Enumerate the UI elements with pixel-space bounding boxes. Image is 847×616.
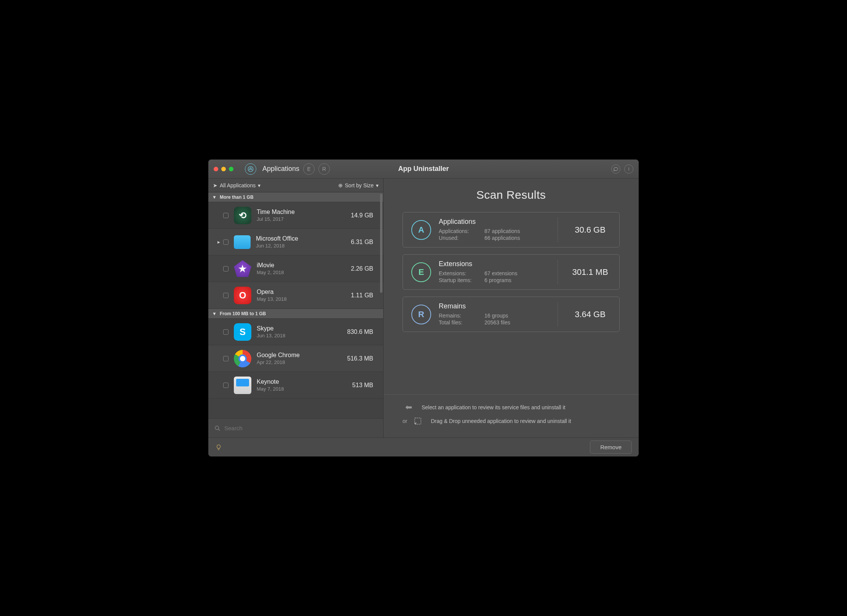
app-checkbox[interactable]: [223, 213, 229, 218]
sort-icon: ⊕: [338, 182, 343, 188]
card-icon: A: [411, 220, 431, 240]
tab-remains-icon[interactable]: R: [318, 163, 330, 175]
disclosure-icon: ▼: [212, 311, 217, 316]
stat-key: Applications:: [439, 228, 484, 234]
app-size: 14.9 GB: [351, 212, 373, 219]
app-row[interactable]: ▶OOperaMay 13, 20181.11 GB: [208, 282, 383, 309]
sort-dropdown[interactable]: ⊕ Sort by Size ▾: [338, 182, 379, 188]
close-button[interactable]: [214, 167, 218, 171]
app-row[interactable]: ▶★iMovieMay 2, 20182.26 GB: [208, 255, 383, 282]
card-icon: E: [411, 262, 431, 282]
app-checkbox[interactable]: [223, 329, 229, 335]
stat-value: 66 applications: [484, 235, 520, 241]
app-meta: OperaMay 13, 2018: [257, 289, 345, 302]
app-icon: [234, 235, 251, 249]
hint-or: or: [403, 418, 407, 424]
app-size: 1.11 GB: [351, 292, 373, 299]
chevron-down-icon: ▾: [258, 182, 260, 188]
location-icon: ➤: [213, 182, 217, 188]
group-title: More than 1 GB: [220, 195, 254, 200]
tab-applications-label[interactable]: Applications: [262, 165, 299, 173]
app-date: Apr 22, 2018: [257, 359, 342, 365]
app-size: 6.31 GB: [351, 239, 373, 246]
main-panel: Scan Results AApplicationsApplications:8…: [384, 179, 639, 437]
zoom-button[interactable]: [229, 167, 233, 171]
app-size: 2.26 GB: [351, 265, 373, 272]
filter-bar: ➤ All Applications ▾ ⊕ Sort by Size ▾: [208, 179, 383, 192]
info-button[interactable]: i: [624, 164, 633, 174]
result-card[interactable]: EExtensionsExtensions:67 extensionsStart…: [403, 254, 620, 290]
app-date: Jul 15, 2017: [257, 216, 345, 222]
result-card[interactable]: AApplicationsApplications:87 application…: [403, 212, 620, 247]
results-title: Scan Results: [403, 188, 620, 201]
app-row[interactable]: ▶⟲Time MachineJul 15, 201714.9 GB: [208, 202, 383, 229]
app-icon: [234, 377, 251, 394]
minimize-button[interactable]: [221, 167, 226, 171]
sidebar: ➤ All Applications ▾ ⊕ Sort by Size ▾ ▼M…: [208, 179, 384, 437]
app-row[interactable]: ▶Google ChromeApr 22, 2018516.3 MB: [208, 345, 383, 372]
stat-key: Total files:: [439, 319, 484, 326]
app-date: May 13, 2018: [257, 296, 345, 302]
app-checkbox[interactable]: [223, 356, 229, 361]
tab-applications-icon[interactable]: [245, 163, 256, 175]
app-checkbox[interactable]: [223, 266, 229, 271]
stat-key: Extensions:: [439, 270, 484, 276]
hint-select-text: Select an application to review its serv…: [422, 404, 565, 410]
card-info: ApplicationsApplications:87 applications…: [439, 218, 550, 242]
app-date: May 7, 2018: [257, 386, 347, 392]
app-icon: ★: [234, 260, 251, 277]
app-meta: iMovieMay 2, 2018: [257, 262, 345, 275]
remove-button[interactable]: Remove: [590, 440, 632, 454]
group-header[interactable]: ▼From 100 MB to 1 GB: [208, 309, 383, 319]
app-name: Time Machine: [257, 209, 345, 215]
tips-icon[interactable]: [215, 444, 222, 451]
stat-value: 6 programs: [484, 277, 511, 283]
chevron-down-icon: ▾: [376, 182, 379, 188]
sort-label: Sort by Size: [345, 182, 374, 188]
app-row[interactable]: ▶Microsoft OfficeJun 12, 20186.31 GB: [208, 229, 383, 255]
stat-key: Remains:: [439, 313, 484, 319]
app-meta: Time MachineJul 15, 2017: [257, 209, 345, 222]
tab-extensions-icon[interactable]: E: [303, 163, 315, 175]
filter-scope-label: All Applications: [220, 182, 256, 188]
group-header[interactable]: ▼More than 1 GB: [208, 192, 383, 202]
drag-drop-icon: [412, 417, 424, 425]
card-info: RemainsRemains:16 groupsTotal files:2056…: [439, 302, 550, 326]
svg-point-1: [215, 426, 219, 429]
card-size: 30.6 GB: [558, 218, 611, 242]
card-title: Applications: [439, 218, 550, 226]
stat-value: 67 extensions: [484, 270, 517, 276]
app-icon: S: [234, 323, 251, 341]
app-checkbox[interactable]: [223, 239, 229, 245]
app-size: 513 MB: [352, 382, 373, 389]
card-size: 301.1 MB: [558, 260, 611, 284]
group-title: From 100 MB to 1 GB: [220, 311, 266, 316]
feedback-button[interactable]: [611, 164, 620, 174]
result-card[interactable]: RRemainsRemains:16 groupsTotal files:205…: [403, 297, 620, 332]
app-checkbox[interactable]: [223, 383, 229, 388]
app-name: Skype: [257, 325, 342, 332]
search-icon: [214, 425, 221, 431]
app-checkbox[interactable]: [223, 293, 229, 298]
card-info: ExtensionsExtensions:67 extensionsStartu…: [439, 260, 550, 284]
app-meta: Microsoft OfficeJun 12, 2018: [256, 235, 345, 249]
app-row[interactable]: ▶SSkypeJun 13, 2018830.6 MB: [208, 319, 383, 345]
section-tabs: Applications E R: [245, 163, 330, 175]
app-list[interactable]: ▼More than 1 GB▶⟲Time MachineJul 15, 201…: [208, 192, 383, 418]
hint-panel: ⬅ Select an application to review its se…: [384, 394, 639, 437]
titlebar: Applications E R App Uninstaller i: [208, 160, 639, 179]
app-size: 516.3 MB: [347, 355, 373, 362]
footer: Remove: [208, 437, 639, 456]
search-input[interactable]: [224, 425, 377, 431]
filter-scope-dropdown[interactable]: ➤ All Applications ▾: [213, 182, 260, 188]
app-name: Google Chrome: [257, 352, 342, 359]
arrow-left-icon: ⬅: [403, 402, 415, 412]
card-size: 3.64 GB: [558, 302, 611, 326]
app-row[interactable]: ▶KeynoteMay 7, 2018513 MB: [208, 372, 383, 399]
expand-icon[interactable]: ▶: [217, 240, 220, 244]
app-name: Microsoft Office: [256, 235, 345, 242]
scrollbar[interactable]: [380, 194, 382, 293]
scan-results: Scan Results AApplicationsApplications:8…: [384, 179, 639, 394]
card-title: Extensions: [439, 260, 550, 268]
card-icon: R: [411, 305, 431, 324]
